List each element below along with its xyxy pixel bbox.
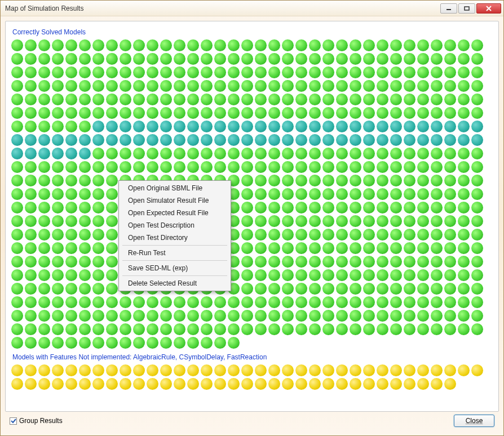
result-dot[interactable] xyxy=(52,134,64,146)
result-dot[interactable] xyxy=(322,256,334,268)
result-dot[interactable] xyxy=(11,80,23,92)
result-dot[interactable] xyxy=(417,134,429,146)
minimize-button[interactable] xyxy=(440,3,457,14)
result-dot[interactable] xyxy=(120,107,131,119)
result-dot[interactable] xyxy=(444,107,456,119)
result-dot[interactable] xyxy=(268,53,280,65)
result-dot[interactable] xyxy=(174,310,185,322)
result-dot[interactable] xyxy=(120,53,131,65)
result-dot[interactable] xyxy=(417,364,429,376)
context-menu[interactable]: Open Original SBML FileOpen Simulator Re… xyxy=(118,180,231,291)
result-dot[interactable] xyxy=(282,80,294,92)
result-dot[interactable] xyxy=(309,107,321,119)
result-dot[interactable] xyxy=(417,121,429,132)
result-dot[interactable] xyxy=(133,161,145,173)
result-dot[interactable] xyxy=(120,121,131,132)
result-dot[interactable] xyxy=(79,39,91,51)
result-dot[interactable] xyxy=(268,269,280,281)
result-dot[interactable] xyxy=(322,53,334,65)
result-dot[interactable] xyxy=(52,80,64,92)
result-dot[interactable] xyxy=(65,283,77,295)
maximize-button[interactable] xyxy=(458,3,475,14)
result-dot[interactable] xyxy=(404,80,415,92)
result-dot[interactable] xyxy=(377,364,388,376)
result-dot[interactable] xyxy=(133,66,145,78)
result-dot[interactable] xyxy=(295,242,307,254)
result-dot[interactable] xyxy=(309,121,321,132)
result-dot[interactable] xyxy=(160,80,172,92)
result-dot[interactable] xyxy=(228,107,240,119)
result-dot[interactable] xyxy=(79,53,91,65)
result-dot[interactable] xyxy=(79,296,91,308)
result-dot[interactable] xyxy=(25,323,37,335)
result-dot[interactable] xyxy=(431,242,443,254)
result-dot[interactable] xyxy=(187,80,199,92)
result-dot[interactable] xyxy=(336,80,348,92)
result-dot[interactable] xyxy=(377,148,388,159)
result-dot[interactable] xyxy=(350,202,361,213)
result-dot[interactable] xyxy=(295,296,307,308)
result-dot[interactable] xyxy=(65,202,77,213)
result-dot[interactable] xyxy=(25,337,37,349)
result-dot[interactable] xyxy=(106,364,118,376)
result-dot[interactable] xyxy=(322,283,334,295)
result-dot[interactable] xyxy=(309,256,321,268)
result-dot[interactable] xyxy=(268,148,280,159)
result-dot[interactable] xyxy=(255,229,267,241)
result-dot[interactable] xyxy=(322,80,334,92)
result-dot[interactable] xyxy=(390,175,402,186)
result-dot[interactable] xyxy=(404,94,415,105)
result-dot[interactable] xyxy=(79,378,91,390)
result-dot[interactable] xyxy=(322,94,334,105)
result-dot[interactable] xyxy=(201,53,213,65)
result-dot[interactable] xyxy=(444,121,456,132)
result-dot[interactable] xyxy=(363,80,375,92)
result-dot[interactable] xyxy=(295,161,307,173)
result-dot[interactable] xyxy=(65,242,77,254)
result-dot[interactable] xyxy=(471,53,483,65)
result-dot[interactable] xyxy=(133,364,145,376)
result-dot[interactable] xyxy=(65,66,77,78)
result-dot[interactable] xyxy=(255,121,267,132)
result-dot[interactable] xyxy=(377,202,388,213)
result-dot[interactable] xyxy=(417,256,429,268)
result-dot[interactable] xyxy=(147,323,158,335)
result-dot[interactable] xyxy=(282,134,294,146)
result-dot[interactable] xyxy=(147,80,158,92)
result-dot[interactable] xyxy=(52,242,64,254)
result-dot[interactable] xyxy=(444,202,456,213)
result-dot[interactable] xyxy=(431,121,443,132)
result-dot[interactable] xyxy=(11,107,23,119)
result-dot[interactable] xyxy=(458,215,470,227)
result-dot[interactable] xyxy=(92,121,104,132)
result-dot[interactable] xyxy=(255,242,267,254)
result-dot[interactable] xyxy=(65,256,77,268)
result-dot[interactable] xyxy=(431,310,443,322)
result-dot[interactable] xyxy=(11,364,23,376)
result-dot[interactable] xyxy=(133,53,145,65)
result-dot[interactable] xyxy=(444,364,456,376)
result-dot[interactable] xyxy=(174,148,185,159)
result-dot[interactable] xyxy=(417,94,429,105)
result-dot[interactable] xyxy=(377,53,388,65)
result-dot[interactable] xyxy=(322,269,334,281)
result-dot[interactable] xyxy=(295,310,307,322)
result-dot[interactable] xyxy=(363,148,375,159)
result-dot[interactable] xyxy=(295,188,307,200)
result-dot[interactable] xyxy=(52,283,64,295)
result-dot[interactable] xyxy=(431,161,443,173)
result-dot[interactable] xyxy=(390,80,402,92)
result-dot[interactable] xyxy=(282,121,294,132)
result-dot[interactable] xyxy=(404,121,415,132)
result-dot[interactable] xyxy=(431,175,443,186)
result-dot[interactable] xyxy=(404,175,415,186)
result-dot[interactable] xyxy=(25,296,37,308)
result-dot[interactable] xyxy=(255,215,267,227)
result-dot[interactable] xyxy=(79,66,91,78)
result-dot[interactable] xyxy=(417,66,429,78)
result-dot[interactable] xyxy=(309,148,321,159)
result-dot[interactable] xyxy=(322,296,334,308)
result-dot[interactable] xyxy=(377,66,388,78)
result-dot[interactable] xyxy=(52,161,64,173)
result-dot[interactable] xyxy=(92,337,104,349)
